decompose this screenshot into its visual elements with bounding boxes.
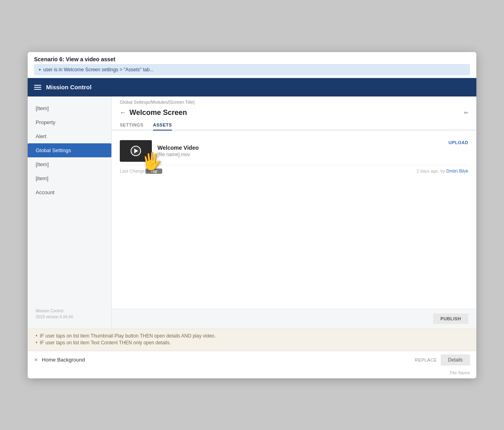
scenario-header: Scenario 6: View a video asset user is i… xyxy=(28,52,476,78)
sidebar: [Item] Property Alert Global Settings [I… xyxy=(28,96,112,329)
play-triangle-icon xyxy=(134,149,138,153)
instruction-line-1: IF user taps on list item Thumbnail Play… xyxy=(36,333,468,339)
last-change-text: Last Change ● xyxy=(120,169,149,173)
outer-frame: Scenario 6: View a video asset user is i… xyxy=(28,52,476,378)
main-layout: [Item] Property Alert Global Settings [I… xyxy=(28,96,476,329)
asset-name: Welcome Video xyxy=(157,145,199,151)
file-name-label: File Name xyxy=(450,370,470,375)
asset-filename: [file name].mov xyxy=(157,152,199,157)
sidebar-item-item2[interactable]: [Item] xyxy=(28,157,111,171)
tab-assets[interactable]: ASSETS xyxy=(153,119,172,131)
author-link[interactable]: Dmitri Bilyk xyxy=(446,169,468,173)
scenario-subtitle: user is in Welcome Screen settings > "As… xyxy=(34,64,470,75)
page-title: Welcome Screen xyxy=(129,109,187,117)
app-shell: Mission Control [Item] Property Alert Gl… xyxy=(28,78,476,329)
app-title: Mission Control xyxy=(46,84,91,90)
instruction-line-2: IF user taps on list item Text Content T… xyxy=(36,340,468,346)
content-area: Global Settings/Modules/[Screen Title] ←… xyxy=(112,96,476,329)
publish-button[interactable]: PUBLISH xyxy=(433,313,468,324)
scenario-title: Scenario 6: View a video asset xyxy=(34,56,470,62)
replace-button[interactable]: REPLACE xyxy=(415,358,437,362)
file-name-row: File Name xyxy=(28,369,476,378)
assets-content: 🖐 Tap Welcome Video [file name].mov UPLO… xyxy=(112,131,476,309)
top-nav: Mission Control xyxy=(28,78,476,96)
page-header: ← Welcome Screen ⤔ xyxy=(112,106,476,119)
sidebar-item-property[interactable]: Property xyxy=(28,115,111,129)
asset-left: 🖐 Tap Welcome Video [file name].mov xyxy=(120,140,199,162)
details-button[interactable]: Details xyxy=(441,354,470,366)
sidebar-item-global-settings[interactable]: Global Settings xyxy=(28,143,111,157)
asset-info: Welcome Video [file name].mov xyxy=(157,145,199,157)
last-change-author: 2 days ago, by Dmitri Bilyk xyxy=(416,169,468,173)
sidebar-item-alert[interactable]: Alert xyxy=(28,129,111,143)
bottom-toolbar-left: × Home Background xyxy=(34,356,85,364)
page-header-left: ← Welcome Screen xyxy=(120,109,187,117)
breadcrumb: Global Settings/Modules/[Screen Title] xyxy=(112,96,476,106)
tabs-bar: SETTINGS ASSETS xyxy=(112,119,476,131)
asset-row: 🖐 Tap Welcome Video [file name].mov UPLO… xyxy=(120,137,468,165)
sidebar-footer: Mission Control 2019 version #.##.## xyxy=(28,304,111,324)
sidebar-item-item1[interactable]: [Item] xyxy=(28,101,111,115)
close-icon[interactable]: × xyxy=(34,356,38,364)
bottom-toolbar: × Home Background REPLACE Details xyxy=(28,351,476,369)
upload-button[interactable]: UPLOAD xyxy=(449,140,468,145)
home-bg-label: Home Background xyxy=(42,357,85,363)
sidebar-item-account[interactable]: Account xyxy=(28,185,111,199)
footer-bar: PUBLISH xyxy=(112,309,476,329)
back-arrow-icon[interactable]: ← xyxy=(120,109,126,116)
bottom-toolbar-right: REPLACE Details xyxy=(415,354,470,366)
instructions-section: IF user taps on list item Thumbnail Play… xyxy=(28,329,476,351)
expand-icon[interactable]: ⤔ xyxy=(464,109,468,116)
sidebar-version: Mission Control 2019 version #.##.## xyxy=(36,308,103,320)
last-change-row: Last Change ● 2 days ago, by Dmitri Bily… xyxy=(120,165,468,175)
hamburger-icon[interactable] xyxy=(34,85,41,90)
sidebar-item-item3[interactable]: [item] xyxy=(28,171,111,185)
sidebar-nav: [Item] Property Alert Global Settings [I… xyxy=(28,101,111,199)
tab-settings[interactable]: SETTINGS xyxy=(120,119,143,131)
play-button[interactable] xyxy=(131,146,141,156)
video-thumbnail[interactable] xyxy=(120,140,152,162)
